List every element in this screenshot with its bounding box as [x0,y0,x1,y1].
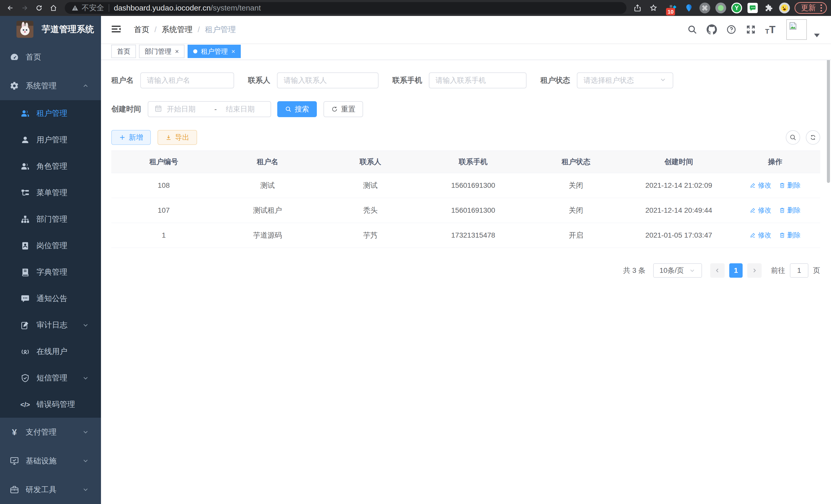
sidebar-item-user[interactable]: 用户管理 [0,127,101,153]
sidebar-item-role[interactable]: 角色管理 [0,153,101,180]
record-extension-icon[interactable] [715,2,727,14]
browser-back-button[interactable] [4,2,17,14]
delete-link[interactable]: 删除 [779,231,801,240]
browser-reload-button[interactable] [33,2,45,14]
browser-forward-button[interactable] [19,2,31,14]
tab-dept[interactable]: 部门管理× [139,45,184,58]
column-header: 创建时间 [628,151,730,173]
sidebar-item-notice[interactable]: 通知公告 [0,286,101,312]
tampermonkey-extension-icon[interactable]: 10 [667,2,679,14]
page-number-1[interactable]: 1 [729,263,743,278]
filter-row-1: 租户名 请输入租户名 联系人 请输入联系人 联系手机 请输入联系手机 租户状态 … [111,72,820,88]
app-title: 芋道管理系统 [41,23,94,35]
address-bar[interactable]: 不安全 dashboard.yudao.iocoder.cn/system/te… [65,2,627,14]
breadcrumb-item[interactable]: 系统管理 [162,24,193,35]
font-size-button[interactable]: TT [765,24,775,35]
sidebar-item-menu[interactable]: 菜单管理 [0,180,101,206]
edit-link[interactable]: 修改 [750,206,771,215]
browser-update-button[interactable]: 更新 [795,2,827,14]
fullscreen-button[interactable] [746,24,756,35]
tab-close-icon[interactable]: × [175,48,179,55]
user-avatar[interactable] [786,19,807,40]
refresh-icon [809,134,816,141]
sidebar-item-label: 研发工具 [26,484,57,495]
cell-id: 108 [111,173,216,198]
user-icon [20,135,30,145]
emoji-avatar-icon[interactable] [779,2,791,14]
add-button[interactable]: 新增 [111,130,151,145]
column-header: 联系人 [319,151,422,173]
tab-label: 首页 [117,47,130,56]
search-button[interactable]: 搜索 [277,101,317,117]
toggle-search-button[interactable] [786,130,800,145]
contact-input[interactable]: 请输入联系人 [277,72,378,88]
sidebar-item-system[interactable]: 系统管理 [0,71,101,100]
delete-link[interactable]: 删除 [779,181,801,190]
date-range-input[interactable]: 开始日期 - 结束日期 [148,101,271,117]
page-size-select[interactable]: 10条/页 [653,263,702,278]
chat-extension-icon[interactable] [747,2,758,14]
edit-link[interactable]: 修改 [750,231,771,240]
map-pin-extension-icon[interactable] [683,2,695,14]
sidebar-collapse-button[interactable] [111,24,122,35]
refresh-table-button[interactable] [806,130,820,145]
sidebar-item-audit-log[interactable]: 审计日志 [0,312,101,338]
filter-create-time: 创建时间 开始日期 - 结束日期 [111,101,271,117]
tab-tenant[interactable]: 租户管理× [188,45,241,58]
sidebar-item-error-code[interactable]: </>错误码管理 [0,391,101,418]
sidebar-item-online-user[interactable]: 在线用户 [0,338,101,365]
sidebar-logo[interactable]: 芋道管理系统 [0,16,101,42]
avatar-dropdown-caret[interactable] [814,34,820,37]
edit-link[interactable]: 修改 [750,181,771,190]
sidebar-item-dict[interactable]: 字典管理 [0,259,101,286]
bookmark-star-button[interactable] [648,2,659,14]
tab-home[interactable]: 首页 [111,45,136,58]
sidebar-item-tenant[interactable]: 租户管理 [0,100,101,127]
sidebar-item-pay[interactable]: ¥支付管理 [0,418,101,446]
mobile-label: 联系手机 [392,75,422,86]
y-app-extension-icon[interactable]: Y [731,2,743,14]
contact-placeholder: 请输入联系人 [284,76,327,85]
sidebar-item-dev-tools[interactable]: 研发工具 [0,475,101,504]
command-extension-icon[interactable] [699,2,711,14]
reset-button[interactable]: 重置 [323,101,363,117]
cell-mobile: 15601691300 [422,198,524,223]
cell-created: 2021-12-14 20:49:44 [628,198,730,223]
share-button[interactable] [632,2,643,14]
tenant-name-input[interactable]: 请输入租户名 [140,72,234,88]
extension-badge: 10 [666,8,675,16]
prev-page-button[interactable] [710,263,725,278]
mobile-input[interactable]: 请输入联系手机 [429,72,526,88]
delete-link-label: 删除 [787,181,801,190]
pagination-total: 共 3 条 [623,266,646,275]
url-domain: dashboard.yudao.iocoder.cn [114,4,211,12]
chevron-down-icon [82,457,89,465]
export-button[interactable]: 导出 [157,130,197,145]
breadcrumb-item[interactable]: 首页 [134,24,149,35]
sidebar-item-sms[interactable]: 短信管理 [0,365,101,391]
code-icon: </> [20,399,30,410]
navbar-actions: TT [687,19,820,40]
help-button[interactable] [726,24,737,35]
kebab-menu-icon[interactable] [821,4,822,11]
goto-page-input[interactable]: 1 [790,263,808,278]
status-select[interactable]: 请选择租户状态 [577,72,673,88]
search-icon [790,134,797,141]
share-icon [633,4,641,12]
tab-close-icon[interactable]: × [231,48,235,55]
tags-view-bar: 首页部门管理×租户管理× [101,43,831,60]
sidebar-item-home[interactable]: 首页 [0,42,101,71]
extensions-puzzle-icon[interactable] [763,2,774,14]
sidebar-item-post[interactable]: 岗位管理 [0,233,101,259]
broadcast-icon [20,347,30,357]
sidebar-item-infra[interactable]: 基础设施 [0,446,101,475]
delete-link[interactable]: 删除 [779,206,801,215]
security-warning[interactable]: 不安全 [71,3,104,13]
filter-tenant-name: 租户名 请输入租户名 [111,72,234,88]
chevron-down-icon [82,375,89,382]
next-page-button[interactable] [747,263,762,278]
github-link-button[interactable] [707,24,717,35]
browser-home-button[interactable] [47,2,60,14]
sidebar-item-dept[interactable]: 部门管理 [0,206,101,233]
header-search-button[interactable] [687,24,697,35]
